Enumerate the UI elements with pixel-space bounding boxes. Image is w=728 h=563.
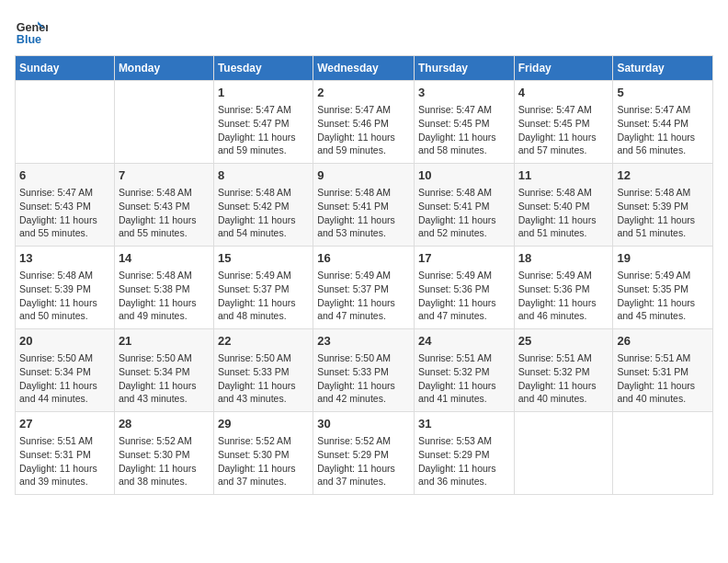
calendar-cell: 8Sunrise: 5:48 AM Sunset: 5:42 PM Daylig…	[213, 164, 313, 247]
day-info: Sunrise: 5:51 AM Sunset: 5:32 PM Dayligh…	[418, 351, 510, 406]
day-of-week-header: Monday	[114, 56, 213, 81]
calendar-cell: 27Sunrise: 5:51 AM Sunset: 5:31 PM Dayli…	[16, 412, 115, 495]
day-number: 5	[617, 85, 709, 101]
svg-text:Blue: Blue	[17, 33, 41, 46]
day-number: 15	[218, 250, 309, 267]
calendar-cell: 10Sunrise: 5:48 AM Sunset: 5:41 PM Dayli…	[414, 164, 514, 247]
day-number: 4	[518, 85, 609, 101]
calendar-table: SundayMondayTuesdayWednesdayThursdayFrid…	[15, 55, 713, 495]
day-info: Sunrise: 5:48 AM Sunset: 5:39 PM Dayligh…	[617, 186, 709, 240]
day-of-week-header: Tuesday	[213, 56, 313, 81]
calendar-cell: 18Sunrise: 5:49 AM Sunset: 5:36 PM Dayli…	[514, 247, 613, 329]
calendar-cell: 5Sunrise: 5:47 AM Sunset: 5:44 PM Daylig…	[613, 81, 713, 164]
calendar-cell: 22Sunrise: 5:50 AM Sunset: 5:33 PM Dayli…	[213, 329, 313, 412]
day-info: Sunrise: 5:47 AM Sunset: 5:46 PM Dayligh…	[317, 103, 410, 157]
day-of-week-header: Saturday	[613, 56, 713, 81]
calendar-cell: 25Sunrise: 5:51 AM Sunset: 5:32 PM Dayli…	[514, 329, 613, 412]
calendar-cell: 20Sunrise: 5:50 AM Sunset: 5:34 PM Dayli…	[16, 329, 115, 412]
day-info: Sunrise: 5:48 AM Sunset: 5:40 PM Dayligh…	[518, 186, 609, 240]
day-number: 31	[418, 416, 510, 432]
calendar-cell: 9Sunrise: 5:48 AM Sunset: 5:41 PM Daylig…	[313, 164, 415, 247]
day-number: 25	[518, 333, 609, 350]
day-number: 27	[19, 416, 110, 432]
calendar-cell: 28Sunrise: 5:52 AM Sunset: 5:30 PM Dayli…	[114, 412, 213, 495]
day-of-week-header: Wednesday	[313, 56, 415, 81]
calendar-cell: 23Sunrise: 5:50 AM Sunset: 5:33 PM Dayli…	[313, 329, 415, 412]
day-number: 29	[218, 416, 309, 432]
calendar-week-row: 13Sunrise: 5:48 AM Sunset: 5:39 PM Dayli…	[16, 247, 713, 329]
calendar-cell: 6Sunrise: 5:47 AM Sunset: 5:43 PM Daylig…	[16, 164, 115, 247]
day-info: Sunrise: 5:50 AM Sunset: 5:33 PM Dayligh…	[218, 351, 309, 406]
calendar-cell: 7Sunrise: 5:48 AM Sunset: 5:43 PM Daylig…	[114, 164, 213, 247]
day-info: Sunrise: 5:50 AM Sunset: 5:33 PM Dayligh…	[317, 351, 410, 406]
day-info: Sunrise: 5:49 AM Sunset: 5:37 PM Dayligh…	[218, 269, 309, 323]
day-info: Sunrise: 5:47 AM Sunset: 5:43 PM Dayligh…	[19, 186, 110, 240]
calendar-cell	[613, 412, 713, 495]
day-number: 19	[617, 250, 709, 267]
day-info: Sunrise: 5:48 AM Sunset: 5:38 PM Dayligh…	[119, 269, 210, 323]
day-info: Sunrise: 5:49 AM Sunset: 5:35 PM Dayligh…	[617, 269, 709, 323]
calendar-cell: 3Sunrise: 5:47 AM Sunset: 5:45 PM Daylig…	[414, 81, 514, 164]
day-number: 3	[418, 85, 510, 101]
day-info: Sunrise: 5:47 AM Sunset: 5:45 PM Dayligh…	[518, 103, 609, 157]
day-number: 22	[218, 333, 309, 350]
day-number: 14	[119, 250, 210, 267]
day-info: Sunrise: 5:50 AM Sunset: 5:34 PM Dayligh…	[119, 351, 210, 406]
logo-icon: General Blue	[15, 15, 48, 48]
day-number: 21	[119, 333, 210, 350]
calendar-cell: 17Sunrise: 5:49 AM Sunset: 5:36 PM Dayli…	[414, 247, 514, 329]
day-number: 11	[518, 167, 609, 184]
day-number: 1	[218, 85, 309, 101]
day-number: 7	[119, 167, 210, 184]
day-of-week-header: Friday	[514, 56, 613, 81]
page-header: General Blue	[15, 15, 713, 48]
calendar-cell: 29Sunrise: 5:52 AM Sunset: 5:30 PM Dayli…	[213, 412, 313, 495]
calendar-cell: 1Sunrise: 5:47 AM Sunset: 5:47 PM Daylig…	[213, 81, 313, 164]
calendar-cell: 4Sunrise: 5:47 AM Sunset: 5:45 PM Daylig…	[514, 81, 613, 164]
calendar-cell	[16, 81, 115, 164]
day-info: Sunrise: 5:52 AM Sunset: 5:30 PM Dayligh…	[119, 434, 210, 488]
calendar-cell: 19Sunrise: 5:49 AM Sunset: 5:35 PM Dayli…	[613, 247, 713, 329]
day-info: Sunrise: 5:51 AM Sunset: 5:31 PM Dayligh…	[617, 351, 709, 406]
day-info: Sunrise: 5:50 AM Sunset: 5:34 PM Dayligh…	[19, 351, 110, 406]
logo: General Blue	[15, 15, 48, 48]
calendar-header-row: SundayMondayTuesdayWednesdayThursdayFrid…	[16, 56, 713, 81]
calendar-week-row: 6Sunrise: 5:47 AM Sunset: 5:43 PM Daylig…	[16, 164, 713, 247]
calendar-cell: 2Sunrise: 5:47 AM Sunset: 5:46 PM Daylig…	[313, 81, 415, 164]
day-info: Sunrise: 5:47 AM Sunset: 5:47 PM Dayligh…	[218, 103, 309, 157]
day-info: Sunrise: 5:51 AM Sunset: 5:31 PM Dayligh…	[19, 434, 110, 488]
day-number: 23	[317, 333, 410, 350]
day-info: Sunrise: 5:47 AM Sunset: 5:45 PM Dayligh…	[418, 103, 510, 157]
day-info: Sunrise: 5:48 AM Sunset: 5:43 PM Dayligh…	[119, 186, 210, 240]
calendar-week-row: 1Sunrise: 5:47 AM Sunset: 5:47 PM Daylig…	[16, 81, 713, 164]
day-info: Sunrise: 5:49 AM Sunset: 5:36 PM Dayligh…	[518, 269, 609, 323]
day-number: 18	[518, 250, 609, 267]
calendar-cell: 14Sunrise: 5:48 AM Sunset: 5:38 PM Dayli…	[114, 247, 213, 329]
calendar-cell: 24Sunrise: 5:51 AM Sunset: 5:32 PM Dayli…	[414, 329, 514, 412]
day-number: 9	[317, 167, 410, 184]
day-number: 2	[317, 85, 410, 101]
calendar-cell	[114, 81, 213, 164]
calendar-body: 1Sunrise: 5:47 AM Sunset: 5:47 PM Daylig…	[16, 81, 713, 495]
day-number: 17	[418, 250, 510, 267]
day-number: 12	[617, 167, 709, 184]
calendar-cell: 15Sunrise: 5:49 AM Sunset: 5:37 PM Dayli…	[213, 247, 313, 329]
calendar-cell: 31Sunrise: 5:53 AM Sunset: 5:29 PM Dayli…	[414, 412, 514, 495]
day-number: 13	[19, 250, 110, 267]
day-info: Sunrise: 5:49 AM Sunset: 5:37 PM Dayligh…	[317, 269, 410, 323]
day-info: Sunrise: 5:51 AM Sunset: 5:32 PM Dayligh…	[518, 351, 609, 406]
calendar-cell	[514, 412, 613, 495]
calendar-week-row: 20Sunrise: 5:50 AM Sunset: 5:34 PM Dayli…	[16, 329, 713, 412]
day-info: Sunrise: 5:53 AM Sunset: 5:29 PM Dayligh…	[418, 434, 510, 488]
day-info: Sunrise: 5:48 AM Sunset: 5:39 PM Dayligh…	[19, 269, 110, 323]
day-info: Sunrise: 5:52 AM Sunset: 5:30 PM Dayligh…	[218, 434, 309, 488]
day-info: Sunrise: 5:48 AM Sunset: 5:41 PM Dayligh…	[317, 186, 410, 240]
calendar-cell: 21Sunrise: 5:50 AM Sunset: 5:34 PM Dayli…	[114, 329, 213, 412]
day-info: Sunrise: 5:52 AM Sunset: 5:29 PM Dayligh…	[317, 434, 410, 488]
calendar-week-row: 27Sunrise: 5:51 AM Sunset: 5:31 PM Dayli…	[16, 412, 713, 495]
calendar-cell: 13Sunrise: 5:48 AM Sunset: 5:39 PM Dayli…	[16, 247, 115, 329]
day-number: 20	[19, 333, 110, 350]
calendar-cell: 12Sunrise: 5:48 AM Sunset: 5:39 PM Dayli…	[613, 164, 713, 247]
day-number: 30	[317, 416, 410, 432]
day-number: 10	[418, 167, 510, 184]
